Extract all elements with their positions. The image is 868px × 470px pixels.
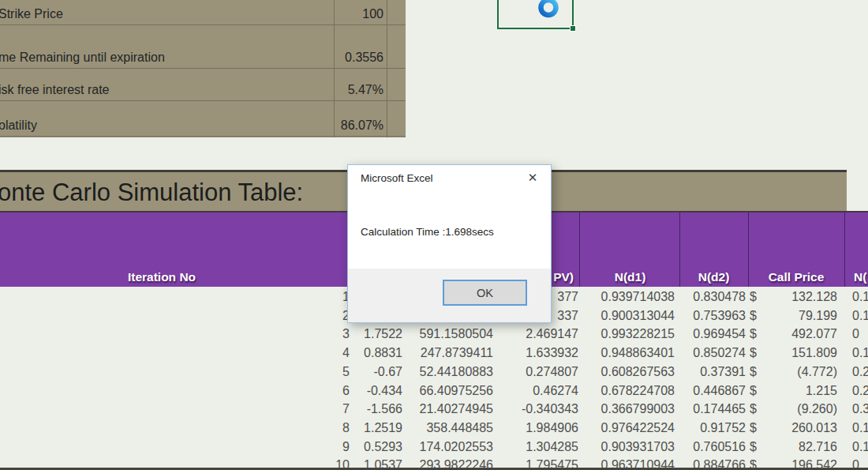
cell-c3: 358.448485 <box>426 419 493 438</box>
cell-nd1: 0.678224708 <box>601 382 675 400</box>
header-column-divider <box>844 212 845 287</box>
cell-nd1: 0.939714038 <box>601 288 675 306</box>
header-pv-partial: PV) <box>553 270 574 284</box>
cell-nd2: 0.446867 <box>693 382 746 400</box>
cell-price: 132.128 <box>791 288 837 306</box>
cell-c3: 174.0202553 <box>420 438 493 457</box>
param-row-time-remaining: me Remaining until expiration 0.3556 <box>0 25 406 69</box>
cell-c2: -0.434 <box>367 382 402 400</box>
cell-iter: 5 <box>342 363 350 382</box>
cell-c4: 377 <box>557 288 578 306</box>
msgbox-dialog: Microsoft Excel ✕ Calculation Time :1.69… <box>347 164 552 323</box>
close-icon[interactable]: ✕ <box>525 170 541 186</box>
dialog-title: Microsoft Excel <box>361 172 433 184</box>
param-label: Strike Price <box>0 7 63 21</box>
cell-cur: $ <box>750 419 757 438</box>
cell-nd1: 0.366799003 <box>601 400 675 419</box>
cell-iter: 8 <box>342 419 350 438</box>
cell-iter: 3 <box>342 325 350 344</box>
cell-c4: 0.46274 <box>533 382 578 400</box>
cell-c4: 1.304285 <box>526 438 578 457</box>
header-nd1: N(d1) <box>581 270 679 284</box>
ok-button[interactable]: OK <box>443 280 527 306</box>
cell-c4: 2.469147 <box>526 325 578 344</box>
header-column-divider <box>679 212 680 287</box>
param-value: 0.3556 <box>345 51 383 65</box>
cell-c8: 0.1 <box>852 288 868 306</box>
cell-c8: 0 <box>852 325 859 344</box>
cell-nd2: 0.37391 <box>700 363 746 382</box>
cell-c4: -0.340343 <box>522 400 578 419</box>
header-column-divider <box>579 212 580 287</box>
param-value: 100 <box>362 7 383 21</box>
cell-cur: $ <box>750 438 757 457</box>
cell-c3: 52.44180883 <box>420 363 493 382</box>
cell-iter: 4 <box>342 344 350 363</box>
cell-nd2: 0.753963 <box>693 306 746 325</box>
cell-iter: 9 <box>342 438 350 457</box>
cell-price: 1.215 <box>806 382 837 400</box>
cell-c4: 337 <box>557 306 578 325</box>
dialog-footer: OK <box>348 269 551 322</box>
cell-c8: 0.1 <box>852 306 868 325</box>
cell-nd2: 0.850274 <box>693 344 746 363</box>
header-nd2: N(d2) <box>679 270 748 284</box>
cell-c4: 1.984906 <box>526 419 578 438</box>
cell-cur: $ <box>750 400 757 419</box>
param-label: olatility <box>0 118 37 133</box>
cell-nd1: 0.900313044 <box>601 306 675 325</box>
dialog-message: Calculation Time :1.698secs <box>361 226 494 238</box>
cell-nd1: 0.993228215 <box>601 325 675 344</box>
cell-price: 151.809 <box>791 344 837 363</box>
param-value: 5.47% <box>348 83 383 97</box>
header-column-divider <box>748 212 749 287</box>
cell-c8: 0.3 <box>852 400 868 419</box>
cell-cur: $ <box>750 363 757 382</box>
cell-c2: 0.5293 <box>364 438 402 457</box>
cell-price: (9.260) <box>797 400 837 419</box>
param-row-risk-free-rate: isk free interest rate 5.47% <box>0 69 406 101</box>
cell-c3: 591.1580504 <box>420 325 493 344</box>
cell-nd2: 0.760516 <box>693 438 746 457</box>
cell-c2: 1.7522 <box>364 325 402 344</box>
cell-price: 492.077 <box>791 325 837 344</box>
cell-cur: $ <box>750 306 757 325</box>
cell-price: 82.716 <box>799 438 837 457</box>
param-value: 86.07% <box>341 118 383 133</box>
cell-c3: 247.8739411 <box>421 344 493 363</box>
cell-iter: 7 <box>342 400 350 419</box>
cell-nd2: 0.830478 <box>693 288 746 306</box>
excel-viewport: Strike Price 100 me Remaining until expi… <box>0 0 868 470</box>
cell-nd1: 0.948863401 <box>601 344 675 363</box>
cell-c2: 1.2519 <box>364 419 402 438</box>
header-call-price: Call Price <box>748 270 844 284</box>
table-row: 81.2519358.4484851.9849060.9764225240.91… <box>0 419 868 438</box>
cell-nd1: 0.976422524 <box>601 419 675 438</box>
section-title: onte Carlo Simulation Table: <box>0 172 303 212</box>
param-label: me Remaining until expiration <box>0 51 165 65</box>
cell-c8: 0.2 <box>852 382 868 400</box>
selection-fill-handle[interactable] <box>570 25 576 32</box>
cell-c8: 0.1 <box>852 344 868 363</box>
params-column-divider <box>334 0 335 137</box>
header-last-partial: N( <box>854 270 866 284</box>
cell-c3: 21.40274945 <box>420 400 493 419</box>
cell-nd2: 0.969454 <box>693 325 746 344</box>
cell-c2: -1.566 <box>367 400 402 419</box>
cell-c4: 0.274807 <box>526 363 578 382</box>
params-outer-divider <box>387 0 387 137</box>
selected-cell[interactable] <box>497 0 574 29</box>
cell-c4: 1.633932 <box>526 344 578 363</box>
cell-nd2: 0.91752 <box>700 419 746 438</box>
table-row: 90.5293174.02025531.3042850.9039317030.7… <box>0 438 868 457</box>
table-row: 31.7522591.15805042.4691470.9932282150.9… <box>0 325 868 344</box>
cell-price: 79.199 <box>799 306 837 325</box>
cell-price: 260.013 <box>791 419 837 438</box>
blue-ring-icon <box>537 0 562 20</box>
cell-c8: 0.1 <box>852 438 868 457</box>
cell-c2: -0.67 <box>374 363 402 382</box>
cell-cur: $ <box>750 288 757 306</box>
param-row-volatility: olatility 86.07% <box>0 101 406 137</box>
cell-c8: 0.1 <box>852 419 868 438</box>
table-row: 5-0.6752.441808830.2748070.6082675630.37… <box>0 363 868 382</box>
